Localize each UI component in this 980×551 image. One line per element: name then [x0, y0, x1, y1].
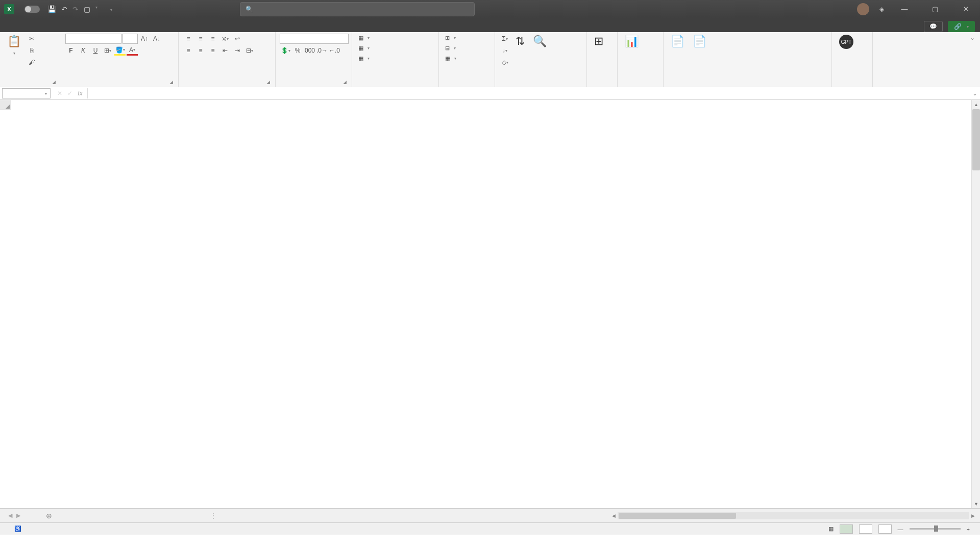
- pdf-outlook-button[interactable]: 📄: [690, 34, 709, 51]
- status-accessibility[interactable]: ♿: [14, 525, 21, 532]
- comments-button[interactable]: 💬: [924, 21, 943, 32]
- format-cells-button[interactable]: ▦ ▾: [443, 54, 458, 63]
- chatgpt-button[interactable]: GPT: [836, 34, 856, 52]
- font-color-button[interactable]: A▾: [127, 45, 138, 56]
- name-box[interactable]: ▾: [2, 88, 51, 98]
- cut-icon[interactable]: ✂: [26, 34, 37, 44]
- font-name-input[interactable]: [65, 34, 121, 44]
- share-button[interactable]: 🔗 ▾: [948, 21, 975, 32]
- copy-icon[interactable]: ⎘: [26, 45, 37, 56]
- horizontal-scroll-thumb[interactable]: [619, 513, 736, 519]
- find-icon: 🔍: [533, 35, 547, 48]
- align-top-icon[interactable]: ≡: [183, 34, 194, 44]
- underline-button[interactable]: U: [90, 45, 101, 56]
- autosave-toggle[interactable]: [24, 6, 40, 13]
- zoom-out-button[interactable]: —: [898, 526, 903, 532]
- find-select-button[interactable]: 🔍: [530, 34, 550, 51]
- redo-icon[interactable]: ↷: [72, 5, 79, 13]
- sort-icon: ⇅: [516, 35, 525, 48]
- save-icon[interactable]: 💾: [47, 5, 56, 13]
- minimize-button[interactable]: —: [894, 5, 915, 13]
- autosum-icon[interactable]: Σ▾: [499, 34, 510, 44]
- close-button[interactable]: ✕: [955, 5, 976, 13]
- scroll-left-icon[interactable]: ◀: [609, 513, 618, 518]
- cell-styles-button[interactable]: ▦ ▾: [356, 54, 372, 63]
- new-sheet-button[interactable]: ⊕: [41, 510, 57, 522]
- normal-view-button[interactable]: [840, 524, 853, 534]
- zoom-slider[interactable]: [910, 528, 961, 530]
- addins-button[interactable]: ⊞: [591, 34, 606, 51]
- qat-dropdown-icon[interactable]: ▾: [95, 5, 97, 13]
- format-painter-icon[interactable]: 🖌: [26, 57, 37, 67]
- decrease-font-icon[interactable]: A↓: [151, 34, 162, 44]
- analysis-icon: 📊: [625, 35, 639, 48]
- number-format-input[interactable]: [280, 34, 349, 44]
- delete-cells-button[interactable]: ⊟ ▾: [443, 44, 458, 53]
- fill-color-button[interactable]: 🪣▾: [114, 45, 126, 56]
- avatar[interactable]: [857, 3, 869, 15]
- align-right-icon[interactable]: ≡: [207, 45, 218, 56]
- search-input[interactable]: 🔍: [240, 2, 475, 16]
- collapse-ribbon-icon[interactable]: ⌄: [965, 32, 980, 87]
- wrap-text-icon[interactable]: ↩: [232, 34, 243, 44]
- scroll-up-icon[interactable]: ▲: [972, 100, 980, 109]
- vertical-scrollbar[interactable]: ▲ ▼: [971, 100, 980, 508]
- formula-bar[interactable]: [87, 88, 970, 98]
- sort-filter-button[interactable]: ⇅: [512, 34, 528, 51]
- insert-cells-button[interactable]: ⊞ ▾: [443, 34, 458, 42]
- conditional-format-button[interactable]: ▦ ▾: [356, 34, 372, 42]
- expand-formula-icon[interactable]: ⌄: [970, 90, 980, 97]
- increase-indent-icon[interactable]: ⇥: [232, 45, 243, 56]
- vertical-scroll-thumb[interactable]: [972, 109, 980, 170]
- align-center-icon[interactable]: ≡: [195, 45, 206, 56]
- paste-button[interactable]: 📋▾: [4, 34, 24, 57]
- font-size-input[interactable]: [122, 34, 138, 44]
- display-settings-button[interactable]: ▦: [828, 525, 834, 532]
- increase-decimal-icon[interactable]: .0→: [316, 45, 328, 56]
- decrease-decimal-icon[interactable]: ←.0: [329, 45, 340, 56]
- clear-icon[interactable]: ◇▾: [499, 57, 510, 67]
- currency-icon[interactable]: 💲▾: [280, 45, 291, 56]
- select-all-corner[interactable]: [0, 100, 11, 110]
- pdf-link-button[interactable]: 📄: [668, 34, 688, 51]
- percent-icon[interactable]: %: [292, 45, 303, 56]
- gpt-icon: GPT: [839, 35, 853, 49]
- page-layout-view-button[interactable]: [859, 524, 872, 534]
- zoom-in-button[interactable]: +: [967, 526, 970, 532]
- align-bottom-icon[interactable]: ≡: [207, 34, 218, 44]
- horizontal-scrollbar[interactable]: ◀ ▶: [609, 512, 977, 520]
- merge-icon[interactable]: ⊟▾: [244, 45, 255, 56]
- sheet-tab-divider[interactable]: ⋮: [210, 512, 216, 519]
- enter-formula-icon[interactable]: ✓: [66, 90, 74, 97]
- increase-font-icon[interactable]: A↑: [139, 34, 150, 44]
- clipboard-icon: 📋: [7, 35, 21, 48]
- scroll-right-icon[interactable]: ▶: [969, 513, 977, 518]
- fx-icon[interactable]: fx: [76, 90, 84, 97]
- align-left-icon[interactable]: ≡: [183, 45, 194, 56]
- format-as-table-button[interactable]: ▦ ▾: [356, 44, 372, 53]
- italic-button[interactable]: K: [78, 45, 89, 56]
- fill-icon[interactable]: ↓▾: [499, 45, 510, 56]
- camera-icon[interactable]: ▢: [84, 5, 90, 13]
- align-middle-icon[interactable]: ≡: [195, 34, 206, 44]
- bold-button[interactable]: F: [65, 45, 77, 56]
- comma-icon[interactable]: 000: [304, 45, 315, 56]
- scroll-down-icon[interactable]: ▼: [972, 499, 980, 508]
- addins-icon: ⊞: [594, 35, 603, 48]
- excel-icon: X: [4, 4, 14, 14]
- border-button[interactable]: ⊞▾: [102, 45, 113, 56]
- pdf-outlook-icon: 📄: [693, 35, 706, 48]
- sheet-prev-icon[interactable]: ◀: [8, 512, 12, 519]
- data-analysis-button[interactable]: 📊: [622, 34, 642, 51]
- search-icon: 🔍: [246, 6, 253, 13]
- cancel-formula-icon[interactable]: ✕: [56, 90, 64, 97]
- decrease-indent-icon[interactable]: ⇤: [219, 45, 231, 56]
- diamond-icon[interactable]: ◈: [879, 6, 884, 13]
- restore-button[interactable]: ▢: [925, 5, 945, 13]
- undo-icon[interactable]: ↶: [61, 5, 67, 13]
- pdf-icon: 📄: [671, 35, 684, 48]
- sheet-next-icon[interactable]: ▶: [16, 512, 20, 519]
- orientation-icon[interactable]: ⤭▾: [219, 34, 231, 44]
- page-break-view-button[interactable]: [878, 524, 892, 534]
- file-name[interactable]: ▾: [110, 5, 112, 13]
